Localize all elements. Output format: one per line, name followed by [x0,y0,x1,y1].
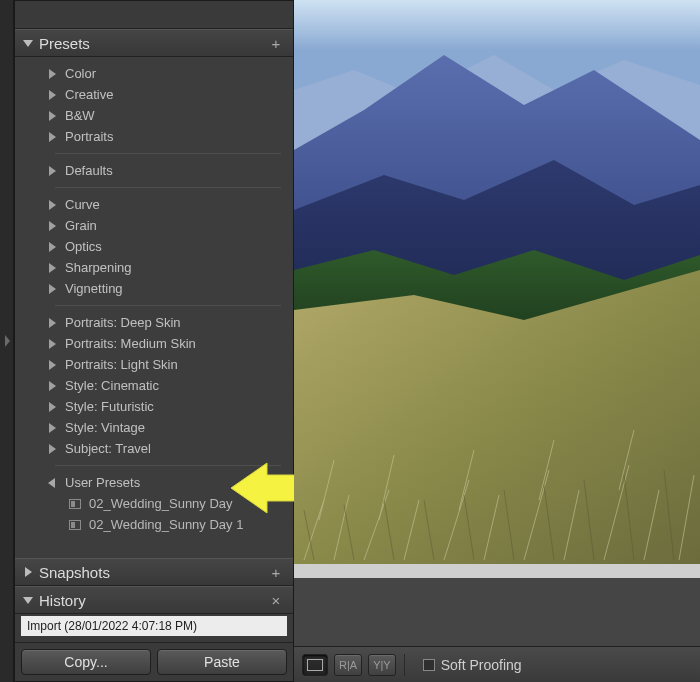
view-mode-loupe[interactable] [302,654,328,676]
preset-folder[interactable]: Portraits [27,126,289,147]
preset-item[interactable]: 02_Wedding_Sunny Day 1 [27,514,289,535]
svg-marker-16 [49,402,56,412]
chevron-right-icon [47,402,57,412]
chevron-right-icon [47,444,57,454]
preset-folder[interactable]: Creative [27,84,289,105]
history-panel-title: History [39,592,267,609]
preset-folder[interactable]: Vignetting [27,278,289,299]
left-edge-expander[interactable] [0,0,14,682]
svg-marker-13 [49,339,56,349]
view-mode-before-after-lr[interactable]: R|A [334,654,362,676]
preset-folder-label: Curve [65,197,100,212]
svg-marker-10 [49,263,56,273]
history-panel-header[interactable]: History × [15,586,293,614]
preset-folder[interactable]: Subject: Travel [27,438,289,459]
preset-folder-label: Portraits [65,129,113,144]
preset-folder[interactable]: Portraits: Deep Skin [27,312,289,333]
preset-folder[interactable]: Defaults [27,160,289,181]
svg-marker-11 [49,284,56,294]
svg-marker-18 [49,444,56,454]
svg-marker-6 [49,166,56,176]
presets-panel-title: Presets [39,35,267,52]
view-mode-before-after-tb[interactable]: Y|Y [368,654,396,676]
preset-folder-label: Style: Cinematic [65,378,159,393]
left-panel: Presets + ColorCreativeB&WPortraits Defa… [14,0,294,682]
preset-folder-label: Defaults [65,163,113,178]
chevron-right-icon [47,360,57,370]
group-separator [55,153,281,154]
chevron-right-icon [47,166,57,176]
chevron-right-icon [47,221,57,231]
preset-folder[interactable]: Style: Cinematic [27,375,289,396]
snapshots-panel-header[interactable]: Snapshots + [15,558,293,586]
chevron-right-icon [47,339,57,349]
svg-marker-8 [49,221,56,231]
chevron-right-icon [47,381,57,391]
group-separator [55,305,281,306]
clear-history-button[interactable]: × [267,591,285,609]
preset-folder[interactable]: Portraits: Light Skin [27,354,289,375]
preset-folder[interactable]: Style: Vintage [27,417,289,438]
chevron-right-icon [47,318,57,328]
preset-folder[interactable]: Color [27,63,289,84]
soft-proofing-toggle[interactable]: Soft Proofing [423,657,522,673]
chevron-down-icon [47,478,57,488]
preset-folder[interactable]: B&W [27,105,289,126]
chevron-right-icon [47,90,57,100]
paste-button-label: Paste [204,654,240,670]
group-separator [55,465,281,466]
chevron-right-icon [47,284,57,294]
preset-folder-label: Style: Vintage [65,420,145,435]
add-preset-button[interactable]: + [267,34,285,52]
preset-icon [69,499,81,509]
presets-panel-header[interactable]: Presets + [15,29,293,57]
history-item[interactable]: Import (28/01/2022 4:07:18 PM) [21,616,287,636]
preset-folder-label: Optics [65,239,102,254]
copy-button-label: Copy... [64,654,107,670]
paste-button[interactable]: Paste [157,649,287,675]
history-item-label: Import (28/01/2022 4:07:18 PM) [27,619,197,633]
svg-marker-19 [48,478,55,488]
chevron-right-icon [47,423,57,433]
right-pane: wsxdn.com [294,0,700,682]
chevron-right-icon [47,200,57,210]
svg-marker-15 [49,381,56,391]
history-body: Import (28/01/2022 4:07:18 PM) [15,614,293,642]
add-snapshot-button[interactable]: + [267,563,285,581]
svg-marker-2 [49,69,56,79]
image-stage[interactable]: wsxdn.com [294,0,700,646]
svg-marker-3 [49,90,56,100]
view-mode-label: R|A [339,659,357,671]
preset-item-label: 02_Wedding_Sunny Day 1 [89,517,243,532]
group-separator [55,187,281,188]
preset-item[interactable]: 02_Wedding_Sunny Day [27,493,289,514]
preset-folder[interactable]: Grain [27,215,289,236]
chevron-right-icon [47,132,57,142]
preset-folder-label: User Presets [65,475,140,490]
copy-button[interactable]: Copy... [21,649,151,675]
snapshots-panel-title: Snapshots [39,564,267,581]
preset-folder[interactable]: Optics [27,236,289,257]
chevron-right-icon [47,242,57,252]
view-mode-label: Y|Y [373,659,391,671]
svg-marker-20 [25,567,32,577]
svg-marker-7 [49,200,56,210]
top-dark-strip [15,1,293,29]
svg-marker-0 [5,335,10,347]
loupe-icon [307,659,323,671]
presets-body: ColorCreativeB&WPortraits Defaults Curve… [15,57,293,541]
copy-paste-bar: Copy... Paste [15,642,293,681]
preset-folder-label: Portraits: Light Skin [65,357,178,372]
preset-folder[interactable]: Curve [27,194,289,215]
svg-marker-4 [49,111,56,121]
preset-folder-user-presets[interactable]: User Presets [27,472,289,493]
disclosure-down-icon [23,595,33,605]
svg-marker-5 [49,132,56,142]
preset-folder[interactable]: Style: Futuristic [27,396,289,417]
svg-marker-12 [49,318,56,328]
preset-folder[interactable]: Sharpening [27,257,289,278]
preview-photo [294,0,700,564]
svg-marker-17 [49,423,56,433]
preset-folder[interactable]: Portraits: Medium Skin [27,333,289,354]
preset-folder-label: Vignetting [65,281,123,296]
